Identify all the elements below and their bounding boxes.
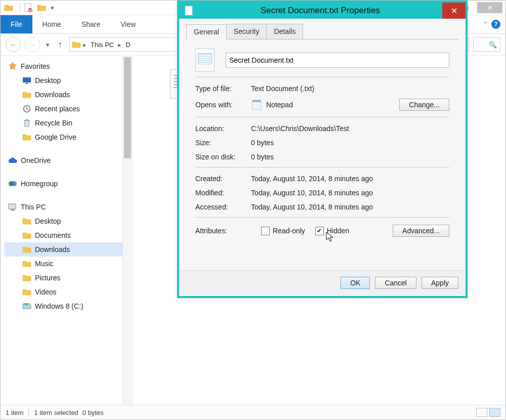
search-box[interactable]: 🔍 bbox=[473, 37, 500, 52]
sidebar-scrollbar[interactable]: ▴ ▾ bbox=[122, 55, 132, 405]
chevron-right-icon[interactable]: ▸ bbox=[82, 41, 88, 49]
new-folder-icon[interactable] bbox=[36, 3, 47, 13]
ribbon-file-tab[interactable]: File bbox=[1, 15, 32, 33]
tab-details[interactable]: Details bbox=[266, 24, 303, 39]
sidebar-item-label: Documents bbox=[35, 231, 71, 239]
sidebar-onedrive[interactable]: OneDrive bbox=[5, 153, 130, 167]
size-value: 0 bytes bbox=[251, 139, 274, 147]
sidebar-label: Homegroup bbox=[21, 180, 58, 188]
svg-point-6 bbox=[12, 181, 17, 186]
sidebar-item-desktop2[interactable]: Desktop bbox=[5, 214, 130, 228]
chevron-right-icon[interactable]: ▸ bbox=[117, 41, 122, 49]
sidebar-item-drive-c[interactable]: Windows 8 (C:) bbox=[5, 299, 130, 313]
sidebar-item-pictures[interactable]: Pictures bbox=[5, 271, 130, 285]
cancel-button[interactable]: Cancel bbox=[375, 277, 416, 289]
sidebar-item-recycle[interactable]: Recycle Bin bbox=[5, 116, 130, 130]
sidebar-item-label: Recycle Bin bbox=[35, 119, 72, 127]
status-selected: 1 item selected bbox=[34, 409, 78, 416]
ribbon-collapse-icon[interactable]: ˅ bbox=[484, 21, 487, 28]
filename-input[interactable] bbox=[226, 53, 449, 68]
status-item-count: 1 item bbox=[6, 409, 23, 416]
search-icon: 🔍 bbox=[489, 41, 497, 49]
svg-rect-8 bbox=[11, 209, 15, 211]
help-icon[interactable]: ? bbox=[491, 20, 500, 29]
sidebar-item-desktop[interactable]: Desktop bbox=[5, 73, 130, 88]
folder-icon bbox=[22, 216, 32, 226]
sidebar-item-recent[interactable]: Recent places bbox=[5, 102, 130, 116]
sidebar-item-label: Windows 8 (C:) bbox=[35, 302, 83, 310]
tab-security[interactable]: Security bbox=[226, 24, 267, 39]
checkbox-icon bbox=[261, 227, 270, 235]
history-dropdown-icon[interactable]: ▾ bbox=[44, 41, 51, 49]
notepad-icon bbox=[251, 99, 262, 110]
sidebar-item-label: Downloads bbox=[35, 91, 70, 99]
sidebar-favorites[interactable]: Favorites bbox=[5, 59, 130, 73]
up-button[interactable]: ↑ bbox=[55, 39, 65, 50]
ribbon-tab-home[interactable]: Home bbox=[32, 15, 71, 33]
sidebar-item-label: Downloads bbox=[35, 245, 70, 254]
dialog-tabs: General Security Details bbox=[186, 24, 458, 39]
sidebar-homegroup[interactable]: Homegroup bbox=[5, 177, 130, 191]
svg-rect-2 bbox=[23, 77, 31, 82]
sidebar-item-label: Desktop bbox=[35, 217, 61, 225]
status-bar: 1 item 1 item selected 0 bytes bbox=[1, 405, 505, 419]
cloud-icon bbox=[8, 155, 18, 165]
dialog-titlebar[interactable]: Secret Document.txt Properties ✕ bbox=[179, 3, 466, 19]
properties-icon[interactable] bbox=[23, 3, 33, 13]
sidebar-item-label: Recent places bbox=[35, 105, 80, 113]
ok-button[interactable]: OK bbox=[341, 277, 370, 289]
location-label: Location: bbox=[195, 124, 251, 133]
svg-rect-12 bbox=[28, 303, 30, 305]
readonly-checkbox[interactable]: Read-only bbox=[261, 227, 305, 235]
sizeondisk-value: 0 bytes bbox=[251, 153, 274, 161]
sidebar-item-label: Videos bbox=[35, 288, 57, 296]
sidebar-item-label: Google Drive bbox=[35, 133, 76, 141]
breadcrumb-next[interactable]: D bbox=[122, 41, 133, 49]
sidebar-item-gdrive[interactable]: Google Drive bbox=[5, 130, 130, 144]
file-icon bbox=[182, 5, 195, 17]
svg-rect-13 bbox=[185, 6, 192, 15]
icons-view-icon[interactable] bbox=[489, 408, 500, 417]
details-view-icon[interactable] bbox=[476, 408, 487, 417]
dialog-close-button[interactable]: ✕ bbox=[442, 3, 466, 19]
sidebar-item-videos[interactable]: Videos bbox=[5, 285, 130, 299]
drive-icon bbox=[22, 301, 32, 311]
created-value: Today, August 10, 2014, 8 minutes ago bbox=[251, 175, 373, 183]
scrollbar-thumb[interactable] bbox=[124, 57, 131, 158]
advanced-button[interactable]: Advanced... bbox=[393, 225, 449, 237]
forward-button[interactable]: → bbox=[25, 37, 40, 52]
general-panel: Type of file: Text Document (.txt) Opens… bbox=[186, 39, 458, 268]
sidebar-item-label: Pictures bbox=[35, 274, 61, 282]
type-label: Type of file: bbox=[195, 85, 251, 93]
sidebar-item-downloads[interactable]: Downloads bbox=[5, 88, 130, 102]
folder-icon bbox=[22, 132, 32, 142]
close-button[interactable]: ✕ bbox=[477, 2, 502, 13]
properties-dialog: Secret Document.txt Properties ✕ General… bbox=[177, 1, 468, 298]
sidebar-item-music[interactable]: Music bbox=[5, 257, 130, 271]
tab-general[interactable]: General bbox=[186, 24, 227, 39]
ribbon-tab-view[interactable]: View bbox=[110, 15, 146, 33]
folder-icon bbox=[22, 259, 32, 269]
sidebar-label: OneDrive bbox=[21, 156, 51, 164]
sidebar-thispc[interactable]: This PC bbox=[5, 200, 130, 214]
qat-dropdown-icon[interactable]: ▾ bbox=[50, 3, 55, 13]
sidebar-item-downloads2[interactable]: Downloads bbox=[5, 242, 130, 257]
breadcrumb-thispc[interactable]: This PC bbox=[88, 41, 117, 49]
folder-icon bbox=[22, 90, 32, 100]
apply-button[interactable]: Apply bbox=[421, 277, 458, 289]
folder-icon bbox=[22, 273, 32, 283]
back-button[interactable]: ← bbox=[6, 37, 21, 52]
sidebar-item-label: Music bbox=[35, 260, 54, 268]
ribbon-tab-share[interactable]: Share bbox=[71, 15, 110, 33]
svg-rect-9 bbox=[23, 305, 31, 309]
accessed-label: Accessed: bbox=[195, 203, 251, 211]
monitor-icon bbox=[22, 75, 32, 86]
modified-value: Today, August 10, 2014, 8 minutes ago bbox=[251, 189, 373, 197]
sidebar-item-documents[interactable]: Documents bbox=[5, 228, 130, 242]
size-label: Size: bbox=[195, 139, 251, 147]
clock-icon bbox=[22, 104, 32, 114]
folder-icon[interactable] bbox=[4, 3, 14, 13]
location-value: C:\Users\Chris\Downloads\Test bbox=[251, 124, 349, 133]
star-icon bbox=[8, 61, 18, 71]
change-button[interactable]: Change... bbox=[399, 99, 449, 111]
